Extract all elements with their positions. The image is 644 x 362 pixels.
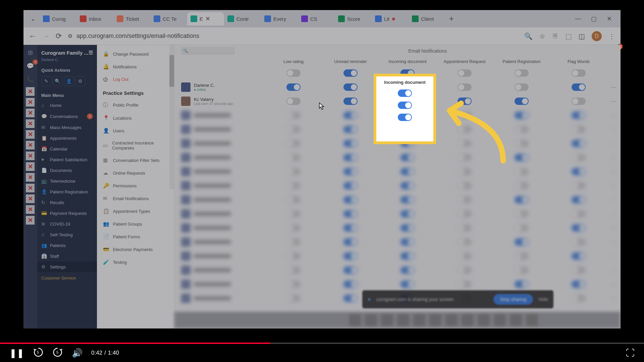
settings-item-log-out[interactable]: ⏻Log Out bbox=[97, 73, 174, 85]
settings-scrollbar-thumb[interactable] bbox=[169, 55, 174, 87]
profile-avatar[interactable]: D bbox=[592, 31, 602, 41]
global-toggle[interactable] bbox=[458, 69, 472, 77]
qa-filter-icon[interactable]: ⚙ bbox=[75, 76, 86, 86]
browser-tab[interactable]: Every bbox=[261, 12, 298, 25]
sidebar-item-documents[interactable]: 📄Documents bbox=[37, 165, 97, 176]
browser-tab[interactable]: Ticket bbox=[113, 12, 150, 25]
volume-button[interactable]: 🔊 bbox=[72, 348, 83, 358]
settings-item-electronic-payments[interactable]: 💳Electronic Payments bbox=[97, 243, 174, 256]
row-menu[interactable]: ⋯ bbox=[607, 98, 621, 105]
settings-item-appointment-types[interactable]: 📋Appointment Types bbox=[97, 205, 174, 218]
nav-back[interactable]: ← bbox=[29, 32, 36, 41]
window-close[interactable]: ✕ bbox=[607, 15, 612, 22]
global-toggle[interactable] bbox=[515, 69, 529, 77]
global-toggle[interactable] bbox=[343, 69, 358, 77]
sidebar-item-appointments[interactable]: 📋Appointments bbox=[37, 133, 97, 143]
window-maximize[interactable]: ▢ bbox=[591, 15, 597, 22]
site-settings-icon[interactable]: ⚙ bbox=[68, 33, 72, 39]
sidebar-item-covid-19[interactable]: ⊕COVID-19 bbox=[37, 219, 97, 229]
browser-tab[interactable]: Client bbox=[409, 12, 445, 25]
hide-share-button[interactable]: Hide bbox=[538, 297, 548, 302]
tab-close-icon[interactable]: ✕ bbox=[205, 15, 210, 22]
notification-toggle[interactable] bbox=[458, 83, 472, 91]
forward-5s-button[interactable]: 5 bbox=[52, 347, 63, 359]
sidebar-item-payment-requests[interactable]: 💳Payment Requests bbox=[37, 208, 97, 219]
browser-tab[interactable]: Lit◉ bbox=[372, 12, 409, 25]
notification-toggle[interactable] bbox=[515, 83, 529, 91]
notification-toggle[interactable] bbox=[343, 83, 358, 91]
settings-item-permissions[interactable]: 🔑Permissions bbox=[97, 179, 174, 192]
url-input[interactable]: ⚙ app.curogram.com/settings/email-notifi… bbox=[68, 33, 518, 40]
row-menu[interactable]: ⋯ bbox=[607, 83, 621, 91]
browser-tab[interactable]: CC Te bbox=[150, 12, 187, 25]
browser-menu-icon[interactable]: ⋮ bbox=[608, 32, 615, 40]
sidepanel-icon[interactable]: ◫ bbox=[579, 32, 585, 40]
sidebar-item-staff[interactable]: 👔Staff bbox=[37, 251, 97, 261]
sidebar-item-telemedicine[interactable]: 📺Telemedicine bbox=[37, 176, 97, 186]
user-search-input[interactable]: 🔍 bbox=[181, 47, 235, 55]
qa-search-icon[interactable]: 🔍 bbox=[53, 76, 63, 86]
highlight-toggle[interactable] bbox=[398, 89, 412, 97]
settings-item-change-password[interactable]: 🔒Change Password bbox=[97, 48, 174, 60]
shield-icon[interactable]: ⛨ bbox=[552, 32, 559, 40]
sidebar-item-home[interactable]: ⌂Home bbox=[37, 100, 97, 111]
extensions-icon[interactable]: ⬚ bbox=[566, 32, 572, 40]
browser-tab[interactable]: E✕ bbox=[187, 12, 224, 25]
sidebar-item-conversations[interactable]: 💬Conversations8 bbox=[37, 111, 97, 122]
highlight-toggle[interactable] bbox=[398, 102, 412, 109]
settings-item-locations[interactable]: 📍Locations bbox=[97, 112, 174, 124]
nav-forward[interactable]: → bbox=[42, 32, 50, 41]
new-tab-button[interactable]: + bbox=[445, 14, 458, 23]
settings-scrollbar-track[interactable] bbox=[169, 45, 174, 189]
stop-sharing-button[interactable]: Stop sharing bbox=[493, 294, 533, 305]
settings-item-online-requests[interactable]: ☁Online Requests bbox=[97, 167, 174, 179]
settings-item-notifications[interactable]: 🔔Notifications bbox=[97, 60, 174, 73]
sidebar-item-mass-messages[interactable]: ✉Mass Messages bbox=[37, 122, 97, 133]
settings-item-patient-groups[interactable]: 👥Patient Groups bbox=[97, 218, 174, 230]
progress-track[interactable] bbox=[0, 343, 644, 344]
rail-phone-icon[interactable]: 📞 bbox=[24, 74, 36, 85]
settings-item-users[interactable]: 👤Users bbox=[97, 124, 174, 137]
settings-item-public-profile[interactable]: ⓘPublic Profile bbox=[97, 99, 174, 112]
sidebar-item-self-testing[interactable]: ✓Self-Testing bbox=[37, 229, 97, 240]
customer-service-link[interactable]: Customer Service bbox=[37, 272, 97, 284]
browser-tab[interactable]: Contr bbox=[224, 12, 261, 25]
settings-item-conversation-filter-sets[interactable]: ▦Conversation Filter Sets bbox=[97, 154, 174, 167]
settings-item-testing[interactable]: 🧪Testing bbox=[97, 256, 174, 268]
rewind-5s-button[interactable]: 5 bbox=[33, 347, 44, 359]
highlight-toggle[interactable] bbox=[398, 114, 412, 121]
qa-user-icon[interactable]: 👤 bbox=[64, 76, 74, 86]
settings-item-patient-forms[interactable]: 📄Patient Forms bbox=[97, 230, 174, 243]
fullscreen-button[interactable]: ⛶ bbox=[626, 348, 635, 358]
window-minimize[interactable]: — bbox=[575, 15, 581, 22]
sidebar-item-patients[interactable]: 👥Patients bbox=[37, 240, 97, 251]
sidebar-item-calendar[interactable]: 📅Calendar bbox=[37, 143, 97, 154]
notification-toggle[interactable] bbox=[286, 83, 301, 91]
sidebar-item-settings[interactable]: ⚙Settings bbox=[37, 261, 97, 272]
notification-toggle[interactable] bbox=[572, 98, 586, 105]
pause-button[interactable]: ❚❚ bbox=[9, 348, 24, 358]
browser-tab[interactable]: Inbox bbox=[76, 12, 113, 25]
settings-item-contracted-insurance-companies[interactable]: ▭Contracted Insurance Companies bbox=[97, 137, 174, 154]
notification-toggle[interactable] bbox=[458, 98, 472, 105]
notification-toggle[interactable] bbox=[286, 98, 301, 105]
sidebar-item-patient-registration[interactable]: 👤Patient Registration bbox=[37, 186, 97, 197]
sidebar-item-patient-satisfaction[interactable]: ♥Patient Satisfaction bbox=[37, 154, 97, 165]
browser-tab[interactable]: Curog bbox=[40, 12, 76, 25]
bookmark-star-icon[interactable]: ☆ bbox=[539, 32, 545, 40]
settings-item-email-notifications[interactable]: ✉Email Notifications bbox=[97, 192, 174, 205]
qa-compose-icon[interactable]: ✎ bbox=[41, 76, 51, 86]
nav-reload[interactable]: ⟳ bbox=[56, 32, 62, 41]
browser-tab[interactable]: Score bbox=[335, 12, 372, 25]
notification-toggle[interactable] bbox=[572, 83, 586, 91]
rail-chat-icon[interactable]: 💬8 bbox=[24, 60, 36, 72]
notification-toggle[interactable] bbox=[515, 98, 529, 105]
sidebar-menu-icon[interactable]: ☰ bbox=[89, 50, 93, 56]
notification-toggle[interactable] bbox=[343, 98, 358, 105]
sidebar-item-recalls[interactable]: ↻Recalls bbox=[37, 197, 97, 208]
global-toggle[interactable] bbox=[286, 69, 301, 77]
zoom-icon[interactable]: 🔍 bbox=[524, 32, 533, 40]
tab-search-dropdown[interactable]: ⌄ bbox=[26, 12, 40, 25]
browser-tab[interactable]: CS bbox=[298, 12, 335, 25]
rail-dashboard-icon[interactable]: ⊞ bbox=[24, 47, 36, 58]
